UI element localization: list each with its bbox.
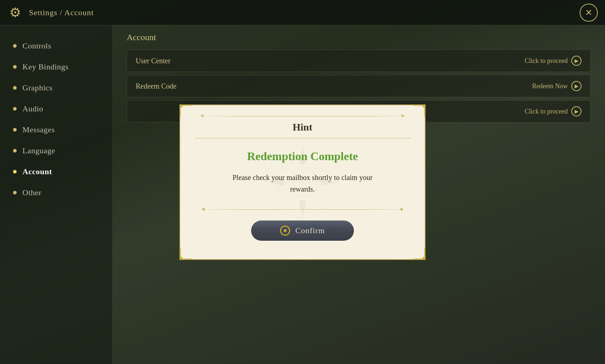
svg-rect-2 bbox=[179, 257, 182, 260]
corner-decoration-tl bbox=[179, 104, 192, 117]
redemption-complete-text: Redemption Complete bbox=[247, 149, 358, 163]
confirm-label: Confirm bbox=[295, 226, 325, 235]
modal-overlay: Hint Redemption Complete Please check yo… bbox=[0, 0, 605, 364]
top-divider bbox=[195, 116, 410, 116]
dialog-message-line2: rewards. bbox=[290, 185, 315, 193]
svg-rect-3 bbox=[423, 257, 426, 260]
dialog-title-bar: Hint bbox=[195, 105, 410, 138]
svg-rect-1 bbox=[423, 104, 426, 107]
svg-rect-0 bbox=[179, 104, 182, 107]
corner-decoration-br bbox=[412, 247, 426, 260]
dialog-message: Please check your mailbox shortly to cla… bbox=[232, 172, 372, 195]
corner-decoration-bl bbox=[179, 247, 192, 260]
dialog-title: Hint bbox=[195, 121, 410, 133]
hint-dialog: Hint Redemption Complete Please check yo… bbox=[179, 104, 426, 260]
confirm-button[interactable]: Confirm bbox=[251, 220, 354, 241]
confirm-circle-inner bbox=[284, 229, 287, 232]
confirm-circle-icon bbox=[280, 226, 290, 236]
corner-decoration-tr bbox=[412, 104, 426, 117]
dialog-message-line1: Please check your mailbox shortly to cla… bbox=[232, 174, 372, 181]
bottom-divider bbox=[195, 209, 410, 210]
